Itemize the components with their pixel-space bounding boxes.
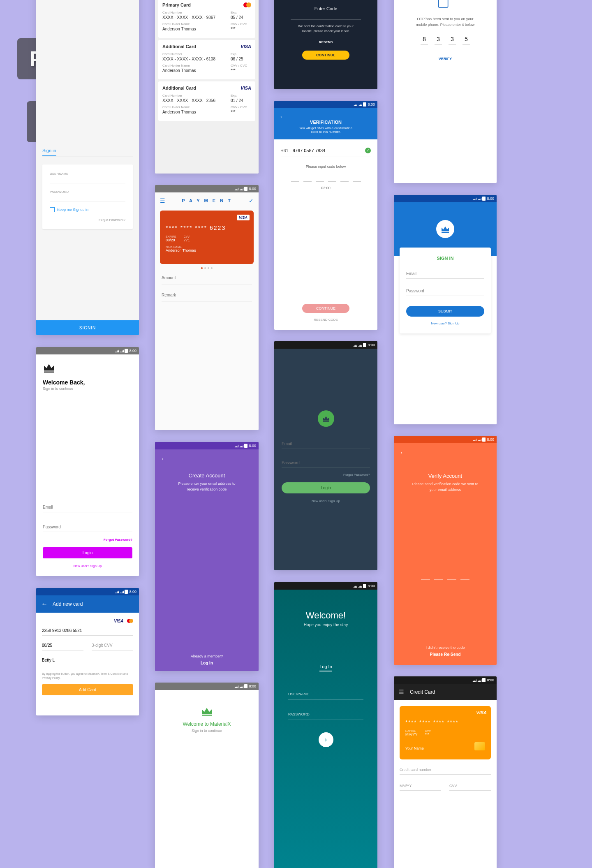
- code-input-6[interactable]: [353, 174, 361, 182]
- additional-card-1[interactable]: Additional CardVISA Card NumberXXXX - XX…: [158, 40, 255, 79]
- dot-indicator[interactable]: [208, 267, 209, 269]
- login-button[interactable]: Login: [282, 482, 370, 493]
- back-icon[interactable]: ←: [41, 600, 48, 608]
- status-time: 8:00: [129, 590, 136, 594]
- next-button[interactable]: ›: [319, 732, 333, 747]
- payment-screen: 8:00 ☰ P A Y M E N T ✓ VISA **** **** **…: [155, 185, 259, 430]
- amount-input[interactable]: Amount: [162, 275, 252, 285]
- submit-button[interactable]: SUBMIT: [406, 306, 484, 317]
- login-tab[interactable]: Log In: [319, 664, 332, 671]
- continue-button[interactable]: CONTINUE: [302, 51, 349, 60]
- cvv-value: ***: [425, 732, 431, 736]
- enter-code-title: Enter Code: [274, 6, 377, 11]
- menu-icon[interactable]: ☰: [399, 689, 404, 695]
- code-input-4[interactable]: [328, 174, 336, 182]
- resend-code-link[interactable]: RESEND CODE: [274, 318, 377, 322]
- cvv-input[interactable]: 3-digit CVV: [92, 641, 133, 650]
- forgot-password-link[interactable]: Forgot Password?: [50, 218, 125, 222]
- username-input[interactable]: [50, 183, 125, 183]
- code-input-5[interactable]: [340, 174, 349, 182]
- no-code-text: I didn't receive the code: [394, 646, 497, 650]
- password-input[interactable]: [406, 286, 484, 296]
- holder-label: Card Holder Name: [162, 64, 231, 67]
- otp-digit-2[interactable]: 3: [435, 36, 442, 44]
- signup-link[interactable]: New user? Sign Up: [282, 499, 370, 503]
- expiry-input[interactable]: MM/YY: [400, 781, 441, 791]
- dot-indicator[interactable]: [204, 267, 206, 269]
- login-button[interactable]: Login: [43, 547, 132, 558]
- email-input[interactable]: [406, 269, 484, 279]
- back-icon[interactable]: ←: [400, 449, 406, 456]
- dot-indicator[interactable]: [211, 267, 213, 269]
- verification-screen: 8:00 ← VERIFICATION You will get SMS wit…: [274, 101, 377, 330]
- credit-card-title: Credit Card: [410, 689, 435, 695]
- back-icon[interactable]: ←: [161, 455, 167, 462]
- email-input[interactable]: [282, 439, 370, 449]
- code-input[interactable]: [421, 572, 430, 580]
- exp-value: 05 / 24: [231, 15, 251, 20]
- continue-button[interactable]: CONTINUE: [302, 304, 349, 313]
- signin-blue-screen: 8:00 SIGN IN SUBMIT New user? Sign Up: [394, 195, 497, 424]
- enter-code-screen: Enter Code We sent the confirmation code…: [274, 0, 377, 89]
- welcome-back-screen: 8:00 Welcome Back, Sign in to continue F…: [36, 347, 139, 576]
- code-input-1[interactable]: [291, 174, 299, 182]
- code-input[interactable]: [434, 572, 443, 580]
- visa-icon: VISA: [114, 619, 123, 623]
- email-input[interactable]: [43, 502, 132, 512]
- welcome-teal-screen: 8:00 Welcome! Hope you enjoy the stay Lo…: [274, 582, 377, 868]
- otp-digit-4[interactable]: 5: [462, 36, 470, 44]
- password-input[interactable]: [43, 522, 132, 532]
- card-number-input[interactable]: Credit card number: [400, 765, 491, 775]
- card-number: **** **** **** ****: [405, 719, 485, 725]
- password-input[interactable]: [50, 201, 125, 201]
- otp-digit-1[interactable]: 8: [421, 36, 428, 44]
- code-input-2[interactable]: [303, 174, 312, 182]
- additional-card-2[interactable]: Additional CardVISA Card NumberXXXX - XX…: [158, 81, 255, 121]
- keep-signed-checkbox[interactable]: [50, 207, 55, 212]
- svg-rect-0: [438, 0, 448, 7]
- signin-button[interactable]: SIGNIN: [36, 320, 139, 335]
- resend-link[interactable]: RESEND: [274, 40, 377, 44]
- login-link[interactable]: Log In: [155, 661, 259, 665]
- username-input[interactable]: USERNAME: [288, 692, 363, 700]
- crown-logo-icon: [201, 706, 213, 716]
- card-number-input[interactable]: 2258 9913 0286 5521: [42, 626, 133, 636]
- verify-sub: Please send verification code we sent to…: [400, 481, 491, 493]
- otp-digit-3[interactable]: 3: [449, 36, 456, 44]
- cvv-input[interactable]: CVV: [449, 781, 491, 791]
- status-time: 8:00: [487, 437, 494, 442]
- name-input[interactable]: Betty L: [42, 655, 133, 665]
- exp-value: 06 / 25: [231, 57, 251, 61]
- otp-msg: OTP has been sent to you on your mobile …: [394, 12, 497, 32]
- menu-icon[interactable]: ☰: [160, 197, 165, 204]
- code-input[interactable]: [460, 572, 469, 580]
- status-time: 8:00: [368, 584, 375, 588]
- resend-link[interactable]: Please Re-Send: [394, 652, 497, 657]
- materialx-title: Welcome to MaterialX: [155, 721, 259, 727]
- exp-input[interactable]: 08/25: [42, 641, 83, 650]
- holder-value: Anderson Thomas: [162, 68, 231, 73]
- dot-indicator[interactable]: [201, 267, 203, 269]
- card-num-label: Card Number: [162, 94, 231, 97]
- forgot-link[interactable]: Forgot Password?: [43, 538, 132, 542]
- enter-code-sub: We sent the confirmation code to your mo…: [274, 20, 377, 38]
- password-input[interactable]: [282, 458, 370, 468]
- holder-label: Card Holder Name: [162, 22, 231, 26]
- mastercard-icon: [127, 619, 133, 623]
- signin-tab[interactable]: Sign in: [42, 148, 56, 156]
- code-input-3[interactable]: [316, 174, 324, 182]
- primary-card[interactable]: Primary Card Card NumberXXXX - XXXX - XX…: [158, 0, 255, 38]
- back-icon[interactable]: ←: [279, 113, 286, 120]
- verify-button[interactable]: VERIFY: [394, 57, 497, 61]
- username-label: USERNAME: [50, 172, 125, 176]
- linked-cards-screen: Linked Cards 3 Card(s) Primary Card Card…: [155, 0, 259, 174]
- password-input[interactable]: PASSWORD: [288, 712, 363, 720]
- remark-input[interactable]: Remark: [162, 293, 252, 302]
- exp-value: 08/20: [166, 238, 176, 242]
- code-input[interactable]: [447, 572, 456, 580]
- signup-link[interactable]: New user? Sign Up: [406, 322, 484, 325]
- check-icon[interactable]: ✓: [249, 197, 254, 204]
- signup-link[interactable]: New user? Sign Up: [43, 564, 132, 568]
- add-card-button[interactable]: Add Card: [42, 684, 133, 695]
- forgot-link[interactable]: Forgot Password?: [282, 473, 370, 477]
